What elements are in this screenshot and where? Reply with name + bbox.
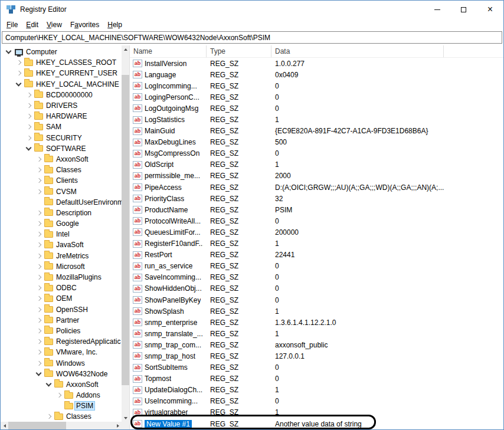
value-name-cell[interactable]: SortSubItems: [130, 363, 207, 372]
chevron-collapsed-icon[interactable]: [34, 297, 43, 300]
value-name-cell[interactable]: MaxDebugLines: [130, 138, 207, 146]
tree-vertical-scrollbar[interactable]: [122, 45, 129, 422]
chevron-collapsed-icon[interactable]: [34, 157, 43, 161]
chevron-expanded-icon[interactable]: [24, 147, 33, 150]
value-name-cell[interactable]: Language: [130, 71, 207, 79]
tree-item[interactable]: OpenSSH: [1, 304, 122, 315]
value-name-cell[interactable]: PipeAccess: [130, 183, 207, 192]
value-name-cell[interactable]: LogOutgoingMsg: [130, 104, 207, 113]
scroll-right-button[interactable]: [114, 422, 122, 429]
tree-item[interactable]: Partner: [1, 315, 122, 326]
chevron-collapsed-icon[interactable]: [34, 232, 43, 236]
registry-value-row[interactable]: SortSubItemsREG_SZ0: [130, 362, 503, 373]
horizontal-scroll-track[interactable]: [8, 422, 114, 429]
tree-item[interactable]: Windows: [1, 357, 122, 368]
chevron-expanded-icon[interactable]: [44, 383, 53, 386]
tree-item[interactable]: HKEY_LOCAL_MACHINE: [1, 79, 122, 90]
registry-value-row[interactable]: ShowSplashREG_SZ1: [130, 306, 503, 317]
tree-horizontal-scrollbar[interactable]: [1, 422, 122, 429]
vertical-scroll-thumb[interactable]: [122, 75, 129, 385]
value-name-cell[interactable]: ProtocolWriteAll...: [130, 217, 207, 225]
tree-item[interactable]: Classes: [1, 411, 122, 422]
chevron-collapsed-icon[interactable]: [34, 211, 43, 215]
chevron-collapsed-icon[interactable]: [34, 308, 43, 311]
value-name-cell[interactable]: New Value #1: [130, 420, 207, 428]
chevron-collapsed-icon[interactable]: [34, 254, 43, 258]
chevron-collapsed-icon[interactable]: [24, 104, 33, 107]
tree-item[interactable]: PSIM: [1, 401, 122, 411]
tree-item[interactable]: MozillaPlugins: [1, 272, 122, 283]
registry-value-row[interactable]: LogStatisticsREG_SZ1: [130, 114, 503, 125]
chevron-collapsed-icon[interactable]: [34, 190, 43, 193]
chevron-collapsed-icon[interactable]: [34, 179, 43, 182]
value-name-cell[interactable]: LogingPersonC...: [130, 93, 207, 101]
chevron-collapsed-icon[interactable]: [44, 415, 53, 418]
registry-value-row[interactable]: UpdateDialogCh...REG_SZ1: [130, 385, 503, 396]
tree-item[interactable]: Intel: [1, 229, 122, 239]
value-name-cell[interactable]: LogIncomming...: [130, 82, 207, 90]
address-input[interactable]: [2, 31, 502, 44]
registry-value-row[interactable]: RegisterF10andF...REG_SZ1: [130, 238, 503, 250]
chevron-collapsed-icon[interactable]: [24, 114, 33, 118]
registry-value-row[interactable]: run_as_serviceREG_SZ0: [130, 261, 503, 272]
close-button[interactable]: ×: [477, 1, 503, 18]
chevron-expanded-icon[interactable]: [34, 373, 43, 375]
registry-value-row[interactable]: ShowHiddenObj...REG_SZ0: [130, 283, 503, 294]
scroll-left-button[interactable]: [1, 422, 8, 429]
registry-value-row[interactable]: PipeAccessREG_SZD:(A;OICI;GRGW;;;AU)(A;;…: [130, 182, 503, 193]
value-name-cell[interactable]: UseIncomming...: [130, 397, 207, 405]
registry-value-row[interactable]: MsgCompressOnREG_SZ0: [130, 148, 503, 159]
registry-value-row[interactable]: permissible_me...REG_SZ2000: [130, 170, 503, 182]
chevron-collapsed-icon[interactable]: [14, 71, 23, 75]
registry-value-row[interactable]: MainGuidREG_SZ{EC9E820A-891F-42C7-A1CA-9…: [130, 126, 503, 137]
column-header-name[interactable]: Name: [130, 45, 207, 57]
registry-value-row[interactable]: snmp_trap_com...REG_SZaxxonsoft_public: [130, 339, 503, 350]
menu-view[interactable]: View: [42, 19, 66, 30]
tree-item[interactable]: AxxonSoft: [1, 379, 122, 390]
menu-file[interactable]: File: [2, 19, 22, 30]
chevron-collapsed-icon[interactable]: [24, 93, 33, 97]
chevron-collapsed-icon[interactable]: [34, 243, 43, 247]
chevron-collapsed-icon[interactable]: [54, 393, 63, 397]
registry-value-row[interactable]: snmp_trap_hostREG_SZ127.0.0.1: [130, 350, 503, 362]
minimize-button[interactable]: [424, 1, 450, 18]
chevron-collapsed-icon[interactable]: [34, 329, 43, 333]
menu-favorites[interactable]: Favorites: [66, 19, 103, 30]
tree-item[interactable]: DefaultUserEnvironm: [1, 197, 122, 208]
value-name-cell[interactable]: snmp_translate_...: [130, 330, 207, 338]
chevron-expanded-icon[interactable]: [4, 51, 13, 53]
chevron-collapsed-icon[interactable]: [34, 319, 43, 322]
tree-item[interactable]: OEM: [1, 293, 122, 304]
value-name-cell[interactable]: snmp_trap_host: [130, 352, 207, 360]
chevron-collapsed-icon[interactable]: [34, 286, 43, 290]
value-name-cell[interactable]: QueuesLimitFor...: [130, 228, 207, 237]
value-name-cell[interactable]: ShowSplash: [130, 307, 207, 316]
registry-value-row[interactable]: TopmostREG_SZ0: [130, 373, 503, 385]
column-header-type[interactable]: Type: [207, 45, 271, 57]
chevron-collapsed-icon[interactable]: [34, 362, 43, 365]
tree-item[interactable]: BCD00000000: [1, 90, 122, 100]
registry-value-row[interactable]: LogIncomming...REG_SZ0: [130, 80, 503, 91]
value-name-cell[interactable]: ShowPanelByKey: [130, 296, 207, 304]
chevron-collapsed-icon[interactable]: [14, 61, 23, 64]
chevron-collapsed-icon[interactable]: [34, 265, 43, 268]
value-name-cell[interactable]: ProductName: [130, 206, 207, 214]
registry-value-row[interactable]: QueuesLimitFor...REG_SZ200000: [130, 227, 503, 238]
registry-value-row[interactable]: virtualgrabberREG_SZ1: [130, 407, 503, 418]
tree-item[interactable]: Addons: [1, 390, 122, 401]
value-name-cell[interactable]: SaveIncomming...: [130, 273, 207, 281]
registry-value-row[interactable]: PriorityClassREG_SZ32: [130, 193, 503, 204]
vertical-scroll-track[interactable]: [122, 53, 129, 414]
chevron-expanded-icon[interactable]: [14, 83, 23, 86]
value-name-cell[interactable]: OldScript: [130, 160, 207, 169]
tree-item[interactable]: SAM: [1, 122, 122, 132]
chevron-collapsed-icon[interactable]: [24, 136, 33, 140]
tree-item[interactable]: SOFTWARE: [1, 143, 122, 154]
tree-item[interactable]: ODBC: [1, 283, 122, 293]
tree-item[interactable]: HKEY_CLASSES_ROOT: [1, 57, 122, 68]
chevron-collapsed-icon[interactable]: [34, 340, 43, 343]
chevron-collapsed-icon[interactable]: [24, 125, 33, 129]
value-name-cell[interactable]: snmp_enterprise: [130, 319, 207, 327]
value-name-cell[interactable]: run_as_service: [130, 262, 207, 270]
chevron-collapsed-icon[interactable]: [34, 275, 43, 279]
